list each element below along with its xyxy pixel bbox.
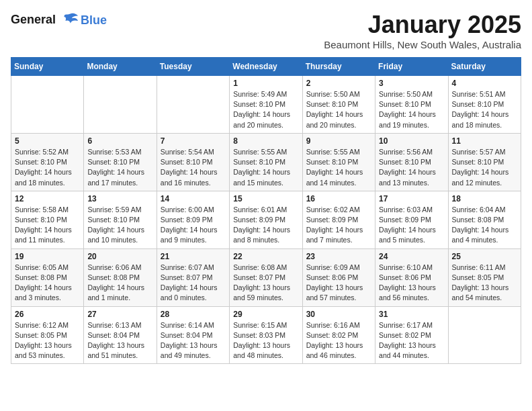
day-number: 22 [233,252,298,261]
calendar-cell: 22Sunrise: 6:08 AMSunset: 8:07 PMDayligh… [230,248,302,306]
calendar-cell: 26Sunrise: 6:12 AMSunset: 8:05 PMDayligh… [11,306,84,364]
calendar-cell: 19Sunrise: 6:05 AMSunset: 8:08 PMDayligh… [11,248,84,306]
day-number: 4 [452,79,517,88]
calendar-week-row: 1Sunrise: 5:49 AMSunset: 8:10 PMDaylight… [11,76,521,134]
calendar-cell: 24Sunrise: 6:10 AMSunset: 8:06 PMDayligh… [375,248,448,306]
day-number: 21 [161,252,226,261]
day-number: 25 [452,252,517,261]
day-info: Sunrise: 5:56 AMSunset: 8:10 PMDaylight:… [379,147,444,188]
day-number: 6 [87,136,152,146]
calendar-cell: 9Sunrise: 5:55 AMSunset: 8:10 PMDaylight… [302,133,375,191]
calendar-cell: 6Sunrise: 5:53 AMSunset: 8:10 PMDaylight… [84,133,157,191]
calendar-cell: 21Sunrise: 6:07 AMSunset: 8:07 PMDayligh… [157,248,229,306]
day-number: 16 [306,194,371,203]
day-info: Sunrise: 6:01 AMSunset: 8:09 PMDaylight:… [233,205,298,246]
day-number: 29 [233,310,298,319]
calendar-table: SundayMondayTuesdayWednesdayThursdayFrid… [11,57,521,364]
calendar-cell: 2Sunrise: 5:50 AMSunset: 8:10 PMDaylight… [302,76,375,134]
day-info: Sunrise: 5:49 AMSunset: 8:10 PMDaylight:… [233,89,298,130]
day-info: Sunrise: 6:12 AMSunset: 8:05 PMDaylight:… [15,320,80,361]
calendar-week-row: 26Sunrise: 6:12 AMSunset: 8:05 PMDayligh… [11,306,521,364]
day-number: 26 [15,310,80,319]
calendar-cell: 8Sunrise: 5:55 AMSunset: 8:10 PMDaylight… [230,133,302,191]
calendar-body: 1Sunrise: 5:49 AMSunset: 8:10 PMDaylight… [11,76,521,364]
weekday-header-thursday: Thursday [302,58,375,76]
day-number: 10 [379,136,444,146]
page-header: General Blue January 2025 Beaumont Hills… [11,11,521,50]
day-number: 18 [452,194,517,203]
day-number: 28 [161,310,226,319]
day-number: 23 [306,252,371,261]
weekday-header-sunday: Sunday [11,58,84,76]
calendar-cell: 16Sunrise: 6:02 AMSunset: 8:09 PMDayligh… [302,191,375,248]
day-number: 12 [15,194,80,203]
day-number: 24 [379,252,444,261]
day-number: 15 [233,194,298,203]
calendar-week-row: 5Sunrise: 5:52 AMSunset: 8:10 PMDaylight… [11,133,521,191]
day-number: 3 [379,79,444,88]
day-info: Sunrise: 6:07 AMSunset: 8:07 PMDaylight:… [161,263,226,304]
calendar-cell: 20Sunrise: 6:06 AMSunset: 8:08 PMDayligh… [84,248,157,306]
weekday-header-row: SundayMondayTuesdayWednesdayThursdayFrid… [11,58,521,76]
day-number: 1 [233,79,298,88]
day-info: Sunrise: 6:05 AMSunset: 8:08 PMDaylight:… [15,263,80,304]
day-number: 9 [306,136,371,146]
day-info: Sunrise: 6:08 AMSunset: 8:07 PMDaylight:… [233,263,298,304]
calendar-cell: 29Sunrise: 6:15 AMSunset: 8:03 PMDayligh… [230,306,302,364]
day-info: Sunrise: 6:00 AMSunset: 8:09 PMDaylight:… [161,205,226,246]
calendar-header: SundayMondayTuesdayWednesdayThursdayFrid… [11,58,521,76]
calendar-week-row: 19Sunrise: 6:05 AMSunset: 8:08 PMDayligh… [11,248,521,306]
calendar-cell: 4Sunrise: 5:51 AMSunset: 8:10 PMDaylight… [448,76,521,134]
weekday-header-monday: Monday [84,58,157,76]
day-info: Sunrise: 6:06 AMSunset: 8:08 PMDaylight:… [87,263,152,304]
calendar-cell: 5Sunrise: 5:52 AMSunset: 8:10 PMDaylight… [11,133,84,191]
month-title: January 2025 [324,11,521,39]
calendar-cell: 17Sunrise: 6:03 AMSunset: 8:09 PMDayligh… [375,191,448,248]
day-number: 20 [87,252,152,261]
day-info: Sunrise: 5:54 AMSunset: 8:10 PMDaylight:… [161,147,226,188]
calendar-cell: 25Sunrise: 6:11 AMSunset: 8:05 PMDayligh… [448,248,521,306]
day-info: Sunrise: 5:55 AMSunset: 8:10 PMDaylight:… [233,147,298,188]
day-number: 19 [15,252,80,261]
weekday-header-saturday: Saturday [448,58,521,76]
title-block: January 2025 Beaumont Hills, New South W… [324,11,521,50]
day-info: Sunrise: 6:02 AMSunset: 8:09 PMDaylight:… [306,205,371,246]
day-info: Sunrise: 6:04 AMSunset: 8:08 PMDaylight:… [452,205,517,246]
day-info: Sunrise: 6:10 AMSunset: 8:06 PMDaylight:… [379,263,444,304]
calendar-cell: 10Sunrise: 5:56 AMSunset: 8:10 PMDayligh… [375,133,448,191]
calendar-cell: 15Sunrise: 6:01 AMSunset: 8:09 PMDayligh… [230,191,302,248]
day-info: Sunrise: 5:55 AMSunset: 8:10 PMDaylight:… [306,147,371,188]
calendar-cell: 11Sunrise: 5:57 AMSunset: 8:10 PMDayligh… [448,133,521,191]
location: Beaumont Hills, New South Wales, Austral… [324,39,521,50]
day-info: Sunrise: 5:50 AMSunset: 8:10 PMDaylight:… [379,89,444,130]
logo: General Blue [11,11,107,30]
day-number: 2 [306,79,371,88]
day-info: Sunrise: 6:14 AMSunset: 8:04 PMDaylight:… [161,320,226,361]
calendar-cell [11,76,84,134]
day-info: Sunrise: 5:52 AMSunset: 8:10 PMDaylight:… [15,147,80,188]
day-info: Sunrise: 6:15 AMSunset: 8:03 PMDaylight:… [233,320,298,361]
day-info: Sunrise: 5:58 AMSunset: 8:10 PMDaylight:… [15,205,80,246]
day-number: 14 [161,194,226,203]
calendar-cell: 14Sunrise: 6:00 AMSunset: 8:09 PMDayligh… [157,191,229,248]
day-number: 8 [233,136,298,146]
weekday-header-tuesday: Tuesday [157,58,229,76]
calendar-cell: 7Sunrise: 5:54 AMSunset: 8:10 PMDaylight… [157,133,229,191]
logo-blue: Blue [81,13,107,28]
calendar-cell: 3Sunrise: 5:50 AMSunset: 8:10 PMDaylight… [375,76,448,134]
day-number: 7 [161,136,226,146]
day-info: Sunrise: 6:03 AMSunset: 8:09 PMDaylight:… [379,205,444,246]
day-number: 31 [379,310,444,319]
calendar-cell: 30Sunrise: 6:16 AMSunset: 8:02 PMDayligh… [302,306,375,364]
calendar-cell: 23Sunrise: 6:09 AMSunset: 8:06 PMDayligh… [302,248,375,306]
calendar-cell: 18Sunrise: 6:04 AMSunset: 8:08 PMDayligh… [448,191,521,248]
calendar-cell: 13Sunrise: 5:59 AMSunset: 8:10 PMDayligh… [84,191,157,248]
day-number: 13 [87,194,152,203]
calendar-cell: 28Sunrise: 6:14 AMSunset: 8:04 PMDayligh… [157,306,229,364]
day-info: Sunrise: 5:53 AMSunset: 8:10 PMDaylight:… [87,147,152,188]
day-info: Sunrise: 5:59 AMSunset: 8:10 PMDaylight:… [87,205,152,246]
day-number: 11 [452,136,517,146]
logo-bird-icon [60,11,79,30]
day-info: Sunrise: 6:09 AMSunset: 8:06 PMDaylight:… [306,263,371,304]
calendar-cell [157,76,229,134]
